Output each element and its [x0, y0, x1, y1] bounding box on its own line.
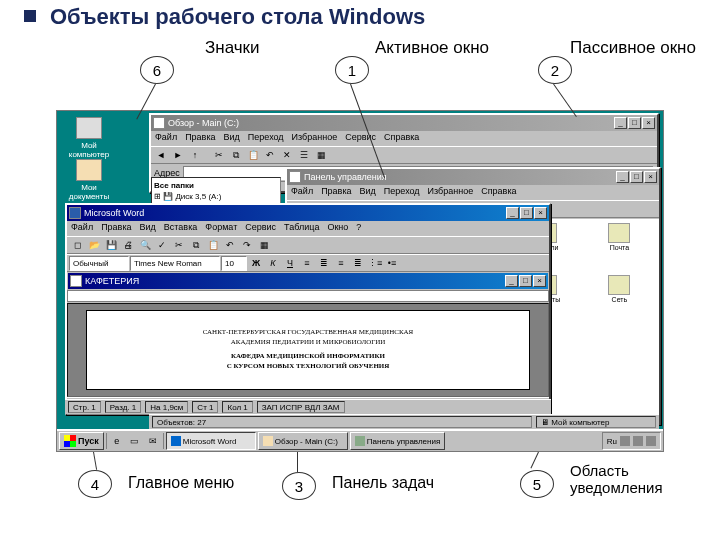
menu-item[interactable]: Избранное — [292, 132, 338, 145]
size-combo[interactable]: 10 — [221, 256, 247, 271]
document-page[interactable]: САНКТ-ПЕТЕРБУРГСКАЯ ГОСУДАРСТВЕННАЯ МЕДИ… — [86, 310, 530, 390]
quicklaunch-desktop-icon[interactable]: ▭ — [127, 434, 143, 449]
font-combo[interactable]: Times New Roman — [130, 256, 220, 271]
titlebar-word[interactable]: Microsoft Word _ □ × — [67, 205, 549, 221]
paste-button[interactable]: 📋 — [205, 238, 221, 253]
menu-item[interactable]: Формат — [205, 222, 237, 235]
titlebar-control-panel[interactable]: Панель управления _ □ × — [287, 169, 659, 185]
minimize-button[interactable]: _ — [506, 207, 519, 219]
menu-item[interactable]: Переход — [248, 132, 284, 145]
underline-button[interactable]: Ч — [282, 256, 298, 271]
minimize-button[interactable]: _ — [505, 275, 518, 287]
menu-item[interactable]: Таблица — [284, 222, 319, 235]
undo-button[interactable]: ↶ — [222, 238, 238, 253]
desktop-icon-mycomputer[interactable]: Мой компьютер — [61, 117, 117, 159]
quicklaunch-outlook-icon[interactable]: ✉ — [145, 434, 161, 449]
preview-button[interactable]: 🔍 — [137, 238, 153, 253]
undo-button[interactable]: ↶ — [262, 148, 278, 163]
titlebar-explorer[interactable]: Обзор - Main (C:) _ □ × — [151, 115, 657, 131]
menu-item[interactable]: Переход — [384, 186, 420, 199]
up-button[interactable]: ↑ — [187, 148, 203, 163]
copy-button[interactable]: ⧉ — [188, 238, 204, 253]
ruler-horizontal[interactable] — [67, 290, 549, 302]
bold-button[interactable]: Ж — [248, 256, 264, 271]
bullet-list-button[interactable]: •≡ — [384, 256, 400, 271]
menu-item[interactable]: Справка — [384, 132, 419, 145]
menu-item[interactable]: Файл — [71, 222, 93, 235]
menu-item[interactable]: Вид — [360, 186, 376, 199]
start-button[interactable]: Пуск — [59, 432, 104, 450]
menu-item[interactable]: ? — [356, 222, 361, 235]
open-button[interactable]: 📂 — [86, 238, 102, 253]
menu-item[interactable]: Файл — [291, 186, 313, 199]
tray-volume-icon[interactable] — [646, 436, 656, 446]
italic-button[interactable]: К — [265, 256, 281, 271]
menu-item[interactable]: Избранное — [428, 186, 474, 199]
close-button[interactable]: × — [533, 275, 546, 287]
titlebar-document[interactable]: КАФЕТЕРИЯ _ □ × — [68, 273, 548, 289]
paste-button[interactable]: 📋 — [245, 148, 261, 163]
print-button[interactable]: 🖨 — [120, 238, 136, 253]
minimize-button[interactable]: _ — [614, 117, 627, 129]
lang-indicator[interactable]: Ru — [607, 437, 617, 446]
align-right-button[interactable]: ≡ — [333, 256, 349, 271]
menu-item[interactable]: Правка — [321, 186, 351, 199]
maximize-button[interactable]: □ — [628, 117, 641, 129]
forward-button[interactable]: ► — [170, 148, 186, 163]
justify-button[interactable]: ≣ — [350, 256, 366, 271]
close-button[interactable]: × — [534, 207, 547, 219]
icon-label: Мой компьютер — [69, 141, 109, 159]
delete-button[interactable]: ✕ — [279, 148, 295, 163]
menubar-cp[interactable]: Файл Правка Вид Переход Избранное Справк… — [287, 185, 659, 200]
menu-item[interactable]: Сервис — [245, 222, 276, 235]
close-button[interactable]: × — [642, 117, 655, 129]
tray-icon[interactable] — [620, 436, 630, 446]
redo-button[interactable]: ↷ — [239, 238, 255, 253]
spell-button[interactable]: ✓ — [154, 238, 170, 253]
maximize-button[interactable]: □ — [630, 171, 643, 183]
menubar-explorer[interactable]: Файл Правка Вид Переход Избранное Сервис… — [151, 131, 657, 146]
minimize-button[interactable]: _ — [616, 171, 629, 183]
control-panel-icon — [355, 436, 365, 446]
menu-item[interactable]: Файл — [155, 132, 177, 145]
desktop-icon-mydocs[interactable]: Мои документы — [61, 159, 117, 201]
save-button[interactable]: 💾 — [103, 238, 119, 253]
align-center-button[interactable]: ≣ — [316, 256, 332, 271]
tray-icon[interactable] — [633, 436, 643, 446]
taskbar-task[interactable]: Обзор - Main (C:) — [258, 432, 348, 450]
maximize-button[interactable]: □ — [519, 275, 532, 287]
quicklaunch-ie-icon[interactable]: e — [109, 434, 125, 449]
menu-item[interactable]: Окно — [327, 222, 348, 235]
back-button[interactable]: ◄ — [153, 148, 169, 163]
menu-item[interactable]: Вид — [224, 132, 240, 145]
taskbar-task[interactable]: Панель управления — [350, 432, 446, 450]
taskbar[interactable]: Пуск e ▭ ✉ Microsoft Word Обзор - Main (… — [57, 429, 663, 451]
properties-button[interactable]: ☰ — [296, 148, 312, 163]
copy-button[interactable]: ⧉ — [228, 148, 244, 163]
menu-item[interactable]: Вставка — [164, 222, 197, 235]
views-button[interactable]: ▦ — [313, 148, 329, 163]
system-tray[interactable]: Ru — [602, 432, 661, 450]
menu-item[interactable]: Вид — [140, 222, 156, 235]
cp-item[interactable]: Почта — [584, 223, 655, 273]
cp-item[interactable]: Сеть — [584, 275, 655, 325]
maximize-button[interactable]: □ — [520, 207, 533, 219]
desktop[interactable]: Мой компьютер Мои документы Обзор - Main… — [56, 110, 664, 452]
new-button[interactable]: ◻ — [69, 238, 85, 253]
style-combo[interactable]: Обычный — [69, 256, 129, 271]
tree-item[interactable]: ⊞ 💾 Диск 3,5 (A:) — [154, 191, 278, 202]
doc-title: КАФЕТЕРИЯ — [85, 276, 505, 286]
numbered-list-button[interactable]: ⋮≡ — [367, 256, 383, 271]
close-button[interactable]: × — [644, 171, 657, 183]
label-tray: Область уведомления — [570, 462, 720, 496]
table-button[interactable]: ▦ — [256, 238, 272, 253]
align-left-button[interactable]: ≡ — [299, 256, 315, 271]
taskbar-task[interactable]: Microsoft Word — [166, 432, 256, 450]
menu-item[interactable]: Справка — [481, 186, 516, 199]
menubar-word[interactable]: Файл Правка Вид Вставка Формат Сервис Та… — [67, 221, 549, 236]
cut-button[interactable]: ✂ — [171, 238, 187, 253]
cut-button[interactable]: ✂ — [211, 148, 227, 163]
window-word[interactable]: Microsoft Word _ □ × Файл Правка Вид Вст… — [65, 203, 551, 415]
menu-item[interactable]: Правка — [101, 222, 131, 235]
menu-item[interactable]: Правка — [185, 132, 215, 145]
